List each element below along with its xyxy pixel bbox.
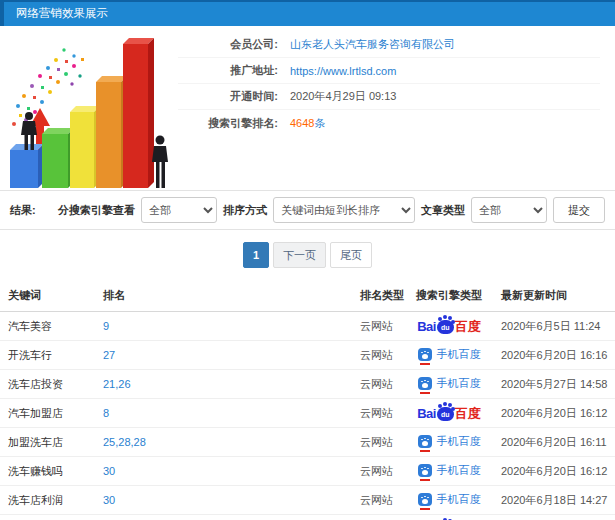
rank-link[interactable]: 30 xyxy=(103,465,115,477)
rank-link[interactable]: 27 xyxy=(103,349,115,361)
table-row: 洗车赚钱吗 30 云网站 手机百度 2020年6月20日 16:12 xyxy=(0,457,615,486)
mobile-baidu-label: 手机百度 xyxy=(437,463,481,478)
table-header-row: 关键词 排名 排名类型 搜索引擎类型 最新更新时间 xyxy=(0,280,615,312)
mobile-baidu-logo: 手机百度 xyxy=(418,347,481,362)
promo-url-link[interactable]: https://www.lrtlsd.com xyxy=(290,65,396,77)
mobile-baidu-logo: 手机百度 xyxy=(418,376,481,391)
rank-type-cell: 云网站 xyxy=(352,515,405,520)
keyword-cell: 汽车加盟店 xyxy=(0,399,95,428)
updated-cell: 2020年6月20日 16:12 xyxy=(493,399,615,428)
baidu-logo-bai-text: Bai xyxy=(417,407,436,420)
ranking-count-suffix: 条 xyxy=(314,117,325,129)
updated-cell: 2020年6月20日 16:16 xyxy=(493,341,615,370)
baidu-logo-cn-text: 百度 xyxy=(455,320,481,333)
table-row: 汽车加盟店 8 云网站 Baidu百度 2020年6月20日 16:12 xyxy=(0,399,615,428)
info-row-ranking-count: 搜索引擎排名: 4648条 xyxy=(178,110,600,136)
keyword-cell: 汽车美容 xyxy=(0,312,95,341)
engine-filter-select[interactable]: 全部 xyxy=(141,197,217,223)
header-updated: 最新更新时间 xyxy=(493,280,615,312)
table-row: 洗车店投资 21,26 云网站 手机百度 2020年5月27日 14:58 xyxy=(0,370,615,399)
rank-type-cell: 云网站 xyxy=(352,341,405,370)
baidu-logo-du-text: du xyxy=(441,411,450,418)
ranking-count-number: 4648 xyxy=(290,117,314,129)
keyword-cell: 加盟洗车店 xyxy=(0,428,95,457)
rank-link[interactable]: 21,26 xyxy=(103,378,131,390)
table-row: 汽车美容 9 云网站 Baidu百度 2020年6月5日 11:24 xyxy=(0,312,615,341)
sort-filter-label: 排序方式 xyxy=(223,203,267,218)
mobile-baidu-paw-icon xyxy=(418,348,432,361)
top-section: 会员公司: 山东老人头汽车服务咨询有限公司 推广地址: https://www.… xyxy=(0,26,615,190)
marketing-chart-illustration xyxy=(0,26,178,190)
rank-type-cell: 云网站 xyxy=(352,428,405,457)
mobile-baidu-paw-icon xyxy=(418,377,432,390)
sort-filter-select[interactable]: 关键词由短到长排序 xyxy=(273,197,415,223)
open-time-label: 开通时间: xyxy=(178,89,278,104)
header-engine-type: 搜索引擎类型 xyxy=(405,280,493,312)
page-header-bar: 网络营销效果展示 xyxy=(0,0,615,26)
ranking-count-value: 4648条 xyxy=(290,116,325,131)
article-type-select[interactable]: 全部 xyxy=(471,197,547,223)
mobile-baidu-logo: 手机百度 xyxy=(418,463,481,478)
rank-type-cell: 云网站 xyxy=(352,312,405,341)
baidu-logo: Baidu百度 xyxy=(417,318,481,334)
baidu-logo: Baidu百度 xyxy=(417,405,481,421)
member-info-panel: 会员公司: 山东老人头汽车服务咨询有限公司 推广地址: https://www.… xyxy=(178,26,615,190)
info-row-company: 会员公司: 山东老人头汽车服务咨询有限公司 xyxy=(178,32,600,58)
article-type-label: 文章类型 xyxy=(421,203,465,218)
keyword-cell: 洗车店利润 xyxy=(0,486,95,515)
bar-chart-growth-illustration-svg xyxy=(4,28,174,190)
rank-link[interactable]: 30 xyxy=(103,494,115,506)
company-link[interactable]: 山东老人头汽车服务咨询有限公司 xyxy=(290,37,455,52)
mobile-baidu-logo: 手机百度 xyxy=(418,492,481,507)
page-title: 网络营销效果展示 xyxy=(16,7,108,19)
mobile-baidu-label: 手机百度 xyxy=(437,434,481,449)
table-row: 洗车店加盟 3 云网站 Baidu百度 2020年6月18日 14:30 xyxy=(0,515,615,520)
baidu-paw-icon: du xyxy=(437,407,454,421)
last-page-button[interactable]: 尾页 xyxy=(330,242,372,268)
filter-controls: 分搜索引擎查看 全部 排序方式 关键词由短到长排序 文章类型 全部 提交 xyxy=(58,197,605,223)
mobile-baidu-label: 手机百度 xyxy=(437,347,481,362)
rank-type-cell: 云网站 xyxy=(352,370,405,399)
mobile-baidu-logo: 手机百度 xyxy=(418,434,481,449)
header-rank: 排名 xyxy=(95,280,352,312)
submit-button[interactable]: 提交 xyxy=(553,197,605,223)
filter-bar: 结果: 分搜索引擎查看 全部 排序方式 关键词由短到长排序 文章类型 全部 提交 xyxy=(0,190,615,230)
updated-cell: 2020年5月27日 14:58 xyxy=(493,370,615,399)
company-label: 会员公司: xyxy=(178,37,278,52)
rank-type-cell: 云网站 xyxy=(352,399,405,428)
rank-link[interactable]: 25,28,28 xyxy=(103,436,146,448)
engine-filter-label: 分搜索引擎查看 xyxy=(58,203,135,218)
businessman-right-figure xyxy=(152,136,168,189)
baidu-logo-du-text: du xyxy=(441,324,450,331)
updated-cell: 2020年6月18日 14:30 xyxy=(493,515,615,520)
updated-cell: 2020年6月5日 11:24 xyxy=(493,312,615,341)
table-row: 加盟洗车店 25,28,28 云网站 手机百度 2020年6月20日 16:11 xyxy=(0,428,615,457)
info-row-open-time: 开通时间: 2020年4月29日 09:13 xyxy=(178,84,600,110)
keyword-ranking-table: 关键词 排名 排名类型 搜索引擎类型 最新更新时间 汽车美容 9 云网站 Bai… xyxy=(0,280,615,520)
keyword-cell: 开洗车行 xyxy=(0,341,95,370)
mobile-baidu-paw-icon xyxy=(418,464,432,477)
rank-link[interactable]: 8 xyxy=(103,407,109,419)
baidu-logo-bai-text: Bai xyxy=(417,320,436,333)
mobile-baidu-paw-icon xyxy=(418,435,432,448)
rank-type-cell: 云网站 xyxy=(352,457,405,486)
updated-cell: 2020年6月20日 16:11 xyxy=(493,428,615,457)
mobile-baidu-label: 手机百度 xyxy=(437,376,481,391)
updated-cell: 2020年6月20日 16:12 xyxy=(493,457,615,486)
table-row: 开洗车行 27 云网站 手机百度 2020年6月20日 16:16 xyxy=(0,341,615,370)
next-page-button[interactable]: 下一页 xyxy=(273,242,326,268)
pagination: 1 下一页 尾页 xyxy=(0,242,615,268)
table-row: 洗车店利润 30 云网站 手机百度 2020年6月18日 14:27 xyxy=(0,486,615,515)
keyword-cell: 洗车赚钱吗 xyxy=(0,457,95,486)
rank-link[interactable]: 9 xyxy=(103,320,109,332)
keyword-cell: 洗车店加盟 xyxy=(0,515,95,520)
result-label: 结果: xyxy=(10,203,36,218)
baidu-paw-icon: du xyxy=(437,320,454,334)
info-row-url: 推广地址: https://www.lrtlsd.com xyxy=(178,58,600,84)
keyword-cell: 洗车店投资 xyxy=(0,370,95,399)
header-rank-type: 排名类型 xyxy=(352,280,405,312)
ranking-count-label: 搜索引擎排名: xyxy=(178,116,278,131)
mobile-baidu-label: 手机百度 xyxy=(437,492,481,507)
page-1-button[interactable]: 1 xyxy=(243,242,269,268)
rank-type-cell: 云网站 xyxy=(352,486,405,515)
